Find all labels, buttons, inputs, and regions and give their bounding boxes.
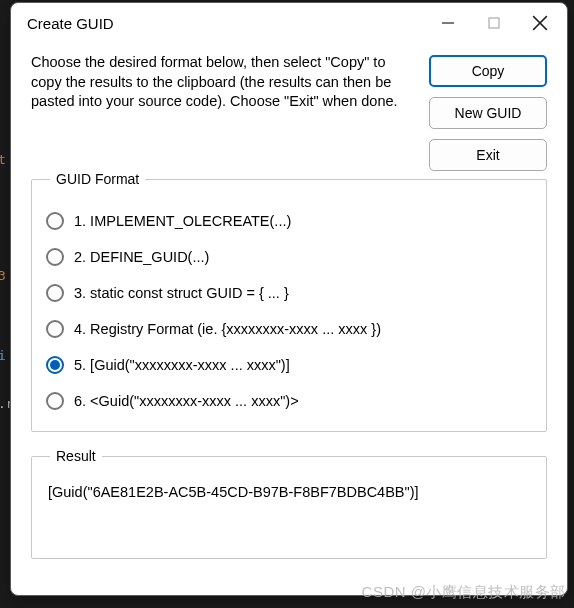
result-value: [Guid("6AE81E2B-AC5B-45CD-B97B-F8BF7BDBC… — [46, 480, 532, 540]
result-legend: Result — [50, 448, 102, 464]
format-option-4[interactable]: 4. Registry Format (ie. {xxxxxxxx-xxxx .… — [46, 311, 532, 347]
radio-icon — [46, 356, 64, 374]
exit-button[interactable]: Exit — [429, 139, 547, 171]
format-option-label: 5. [Guid("xxxxxxxx-xxxx ... xxxx")] — [74, 357, 290, 373]
svg-rect-1 — [489, 18, 499, 28]
close-button[interactable] — [517, 4, 563, 42]
new-guid-button[interactable]: New GUID — [429, 97, 547, 129]
format-option-3[interactable]: 3. static const struct GUID = { ... } — [46, 275, 532, 311]
minimize-button[interactable] — [425, 4, 471, 42]
radio-icon — [46, 392, 64, 410]
format-option-label: 3. static const struct GUID = { ... } — [74, 285, 289, 301]
backdrop-text: i — [0, 348, 6, 363]
maximize-icon — [487, 16, 501, 30]
button-column: Copy New GUID Exit — [429, 53, 547, 171]
exit-button-label: Exit — [476, 147, 499, 163]
copy-button-label: Copy — [472, 63, 505, 79]
guid-format-legend: GUID Format — [50, 171, 145, 187]
format-option-label: 1. IMPLEMENT_OLECREATE(...) — [74, 213, 291, 229]
format-option-label: 4. Registry Format (ie. {xxxxxxxx-xxxx .… — [74, 321, 381, 337]
dialog-body: Choose the desired format below, then se… — [11, 43, 567, 595]
format-option-6[interactable]: 6. <Guid("xxxxxxxx-xxxx ... xxxx")> — [46, 383, 532, 419]
radio-icon — [46, 284, 64, 302]
backdrop-text: t — [0, 152, 6, 167]
copy-button[interactable]: Copy — [429, 55, 547, 87]
create-guid-dialog: Create GUID Choose the desired format be… — [10, 2, 568, 596]
format-option-label: 6. <Guid("xxxxxxxx-xxxx ... xxxx")> — [74, 393, 299, 409]
titlebar: Create GUID — [11, 3, 567, 43]
format-option-label: 2. DEFINE_GUID(...) — [74, 249, 209, 265]
minimize-icon — [441, 16, 455, 30]
format-option-5[interactable]: 5. [Guid("xxxxxxxx-xxxx ... xxxx")] — [46, 347, 532, 383]
left-column: Choose the desired format below, then se… — [31, 53, 547, 575]
result-group: Result [Guid("6AE81E2B-AC5B-45CD-B97B-F8… — [31, 448, 547, 559]
radio-icon — [46, 212, 64, 230]
backdrop-text: 3 — [0, 268, 6, 283]
new-guid-button-label: New GUID — [455, 105, 522, 121]
close-icon — [532, 15, 548, 31]
format-option-1[interactable]: 1. IMPLEMENT_OLECREATE(...) — [46, 203, 532, 239]
radio-icon — [46, 248, 64, 266]
format-option-2[interactable]: 2. DEFINE_GUID(...) — [46, 239, 532, 275]
radio-icon — [46, 320, 64, 338]
guid-format-group: GUID Format 1. IMPLEMENT_OLECREATE(...)2… — [31, 171, 547, 432]
instructions-text: Choose the desired format below, then se… — [31, 53, 413, 112]
maximize-button[interactable] — [471, 4, 517, 42]
window-title: Create GUID — [27, 15, 425, 32]
